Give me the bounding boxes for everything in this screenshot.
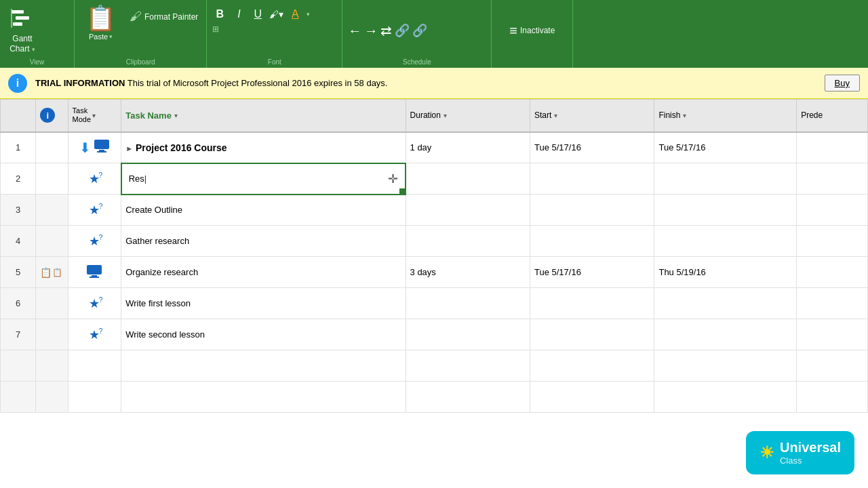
trial-bar: i TRIAL INFORMATION This trial of Micros… xyxy=(0,68,868,99)
row-num: 5 xyxy=(1,257,36,288)
auto-mode-icon xyxy=(86,264,102,278)
svg-rect-8 xyxy=(92,275,97,277)
underline-button[interactable]: U xyxy=(250,7,265,22)
row-num: 4 xyxy=(1,226,36,257)
sun-icon: ☀ xyxy=(760,443,774,462)
table-row[interactable]: 6 ★? Write first lesson xyxy=(1,288,868,319)
resize-handle[interactable] xyxy=(399,188,405,194)
schedule-icon2[interactable]: 🔗 xyxy=(412,23,427,38)
row-task-name[interactable]: Create Outline xyxy=(121,195,406,226)
clipboard-label: Clipboard xyxy=(80,58,201,68)
table-row[interactable]: 1 ⬇︎ ► Project 2016 Course 1 day xyxy=(1,132,868,163)
row-duration: 1 day xyxy=(406,132,530,163)
watermark-line2: Class xyxy=(780,455,841,466)
grid-header: i TaskMode ▾ Task Name ▾ Durati xyxy=(1,100,868,132)
view-group: Gantt Chart ▾ View xyxy=(0,0,75,68)
th-start-filter[interactable]: ▾ xyxy=(554,112,557,119)
svg-rect-9 xyxy=(90,277,99,278)
th-task-mode-dropdown[interactable]: ▾ xyxy=(92,112,96,119)
row-task-name[interactable]: Write first lesson xyxy=(121,288,406,319)
table-row[interactable]: 3 ★? Create Outline xyxy=(1,195,868,226)
row-task-name-editing[interactable]: Res ✛ xyxy=(121,163,406,195)
view-label: View xyxy=(5,58,68,68)
row-num: 2 xyxy=(1,163,36,195)
th-duration-filter[interactable]: ▾ xyxy=(443,112,447,119)
buy-button[interactable]: Buy xyxy=(825,75,860,92)
row-info xyxy=(36,319,68,350)
italic-button[interactable]: I xyxy=(231,7,246,22)
inactivate-button[interactable]: ≡ Inactivate xyxy=(504,20,560,41)
row-start xyxy=(530,226,654,257)
manual-mode-icon: ★? xyxy=(89,171,100,186)
th-predecessors-label: Prede xyxy=(801,110,823,120)
table-row-empty xyxy=(1,382,868,413)
clipboard-icon: 📋 xyxy=(40,267,52,278)
inactivate-icon: ≡ xyxy=(509,23,517,39)
font-label: Font xyxy=(212,58,336,68)
trial-info-icon: i xyxy=(8,74,27,93)
row-duration xyxy=(406,163,530,195)
row-duration: 3 days xyxy=(406,257,530,288)
bold-button[interactable]: B xyxy=(212,7,227,22)
manual-mode-icon: ★? xyxy=(89,296,100,311)
format-painter-button[interactable]: 🖌 Format Painter xyxy=(127,8,201,25)
manual-mode-icon: ★? xyxy=(89,327,100,342)
watermark-line1: Universal xyxy=(780,439,841,455)
inactivate-group-label xyxy=(497,58,567,68)
inactivate-group: ≡ Inactivate xyxy=(492,0,573,68)
svg-rect-7 xyxy=(87,265,102,274)
schedule-icon1[interactable]: 🔗 xyxy=(395,23,410,38)
th-finish-label: Finish xyxy=(658,110,680,120)
row-task-mode: ⬇︎ xyxy=(68,132,121,163)
manual-mode-icon: ★? xyxy=(89,234,100,249)
schedule-left-arrow[interactable]: ← xyxy=(348,23,361,39)
svg-rect-4 xyxy=(94,140,109,149)
font-color-dropdown[interactable]: ▾ xyxy=(307,11,310,18)
table-row-empty xyxy=(1,350,868,382)
paste-icon: 📋 xyxy=(85,4,116,33)
gantt-chart-button[interactable]: Gantt Chart ▾ xyxy=(5,5,39,56)
row-finish xyxy=(654,195,797,226)
row-task-name[interactable]: Organize research xyxy=(121,257,406,288)
paste-button[interactable]: 📋 Paste ▾ xyxy=(80,3,121,42)
font-color-button[interactable]: A xyxy=(288,7,302,22)
table-row[interactable]: 7 ★? Write second lesson xyxy=(1,319,868,350)
manual-mode-icon: ★? xyxy=(89,203,100,218)
ribbon: Gantt Chart ▾ View 📋 Paste ▾ 🖌 Format Pa… xyxy=(0,0,868,68)
task-grid: i TaskMode ▾ Task Name ▾ Durati xyxy=(0,99,868,413)
table-row[interactable]: 4 ★? Gather research xyxy=(1,226,868,257)
row-predecessors xyxy=(797,226,868,257)
row-duration xyxy=(406,226,530,257)
schedule-label: Schedule xyxy=(348,58,486,68)
row-num: 3 xyxy=(1,195,36,226)
info-column-icon[interactable]: i xyxy=(40,108,55,123)
watermark-text: Universal Class xyxy=(780,439,841,466)
row-predecessors xyxy=(797,195,868,226)
table-row[interactable]: 2 ★? Res ✛ xyxy=(1,163,868,195)
font-group: B I U 🖌▾ A ▾ ⊞ Font xyxy=(207,0,342,68)
text-cursor xyxy=(144,174,146,184)
schedule-respect-links[interactable]: ⇄ xyxy=(380,22,392,39)
row-num: 6 xyxy=(1,288,36,319)
row-info xyxy=(36,132,68,163)
trial-message: This trial of Microsoft Project Professi… xyxy=(127,78,388,88)
row-start: Tue 5/17/16 xyxy=(530,132,654,163)
th-task-name-filter[interactable]: ▾ xyxy=(174,112,178,119)
row-finish xyxy=(654,288,797,319)
row-finish: Thu 5/19/16 xyxy=(654,257,797,288)
schedule-right-arrow[interactable]: → xyxy=(364,23,378,39)
table-row[interactable]: 5 📋 📋 Organize research xyxy=(1,257,868,288)
row-duration xyxy=(406,195,530,226)
row-num: 7 xyxy=(1,319,36,350)
th-finish-filter[interactable]: ▾ xyxy=(683,112,686,119)
row-start: Tue 5/17/16 xyxy=(530,257,654,288)
row-task-name[interactable]: Gather research xyxy=(121,226,406,257)
font-expand-icon: ⊞ xyxy=(212,24,219,34)
row-info xyxy=(36,195,68,226)
auto-schedule-icon: ⬇︎ xyxy=(79,140,91,155)
th-start: Start ▾ xyxy=(530,100,654,132)
row-task-name[interactable]: ► Project 2016 Course xyxy=(121,132,406,163)
th-task-name-label: Task Name xyxy=(125,110,172,121)
row-task-name[interactable]: Write second lesson xyxy=(121,319,406,350)
row-task-mode: ★? xyxy=(68,288,121,319)
